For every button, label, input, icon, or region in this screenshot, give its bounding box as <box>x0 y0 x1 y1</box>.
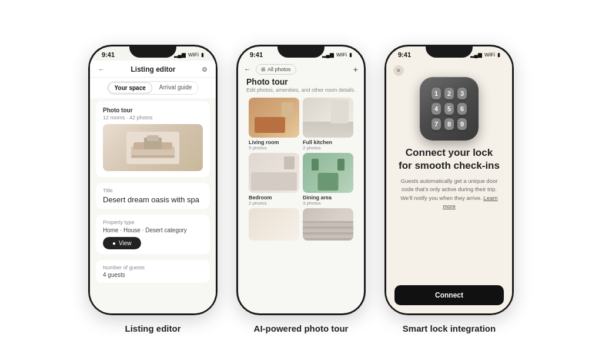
add-photo-icon[interactable]: + <box>353 65 358 74</box>
status-icons-2: ▂▄▆ WiFi ▮ <box>322 52 352 58</box>
dining-count: 3 photos <box>303 201 353 206</box>
phone-smart-lock: 9:41 ▂▄▆ WiFi ▮ ✕ 1 <box>384 45 514 315</box>
photo-tour-subtitle: Edit photos, amenities, and other room d… <box>238 87 364 98</box>
tab-bar: Your space Arrival guide <box>90 78 216 98</box>
settings-icon[interactable]: ⚙ <box>202 66 208 74</box>
photo-tour-label: Photo tour <box>103 107 203 113</box>
photo-cell-stairs[interactable] <box>303 208 353 241</box>
phone-photo-tour-wrapper: 9:41 ▂▄▆ WiFi ▮ ← ⊞ All photos + <box>236 45 366 333</box>
listing-header-title: Listing editor <box>131 65 176 74</box>
key-9[interactable]: 9 <box>457 118 467 130</box>
status-time-1: 9:41 <box>102 51 115 58</box>
close-button[interactable]: ✕ <box>393 65 404 76</box>
signal-icon: ▂▄▆ <box>174 52 186 58</box>
property-type-section: Property type Home · House · Desert cate… <box>96 215 210 254</box>
listing-editor-screen: ← Listing editor ⚙ Your space Arrival gu… <box>90 61 216 313</box>
lock-device: 1 2 3 4 5 6 7 8 9 <box>420 77 479 141</box>
photo-dining-img <box>303 153 353 193</box>
key-5[interactable]: 5 <box>444 103 454 115</box>
key-8[interactable]: 8 <box>444 118 454 130</box>
back-arrow-2[interactable]: ← <box>244 65 251 74</box>
keypad-grid: 1 2 3 4 5 6 7 8 9 <box>424 84 474 133</box>
photo-cell-bedroom[interactable]: Bedroom 2 photos <box>249 153 299 206</box>
phone-photo-tour: 9:41 ▂▄▆ WiFi ▮ ← ⊞ All photos + <box>236 45 366 315</box>
photo-kitchen-img <box>303 98 353 138</box>
photo-tour-thumbnail <box>103 124 203 171</box>
wifi-icon: WiFi <box>188 52 199 58</box>
notch-2 <box>277 45 325 58</box>
couch-decoration <box>255 117 285 133</box>
photo-cell-hall[interactable] <box>249 208 299 241</box>
kitchen-counter <box>303 122 353 138</box>
smart-lock-content: ✕ 1 2 3 4 5 6 7 8 9 <box>386 61 512 313</box>
phone-listing-editor-wrapper: 9:41 ▂▄▆ WiFi ▮ ← Listing editor ⚙ <box>88 45 218 333</box>
status-icons-1: ▂▄▆ WiFi ▮ <box>174 52 204 58</box>
title-value[interactable]: Desert dream oasis with spa <box>103 195 203 204</box>
back-arrow-icon[interactable]: ← <box>98 66 105 73</box>
phone-listing-editor: 9:41 ▂▄▆ WiFi ▮ ← Listing editor ⚙ <box>88 45 218 315</box>
property-type-value: Home · House · Desert category <box>103 227 203 233</box>
key-3[interactable]: 3 <box>457 88 467 99</box>
bedroom-illustration <box>126 132 179 164</box>
status-time-2: 9:41 <box>250 51 263 58</box>
artwork-decoration <box>282 102 293 116</box>
living-room-count: 5 photos <box>249 145 299 151</box>
notch-1 <box>129 45 176 58</box>
chair-decor <box>312 159 319 171</box>
living-room-label: Living room <box>249 139 299 145</box>
picture-decor <box>284 156 295 169</box>
all-photos-label: All photos <box>267 66 291 72</box>
table-decor <box>318 173 339 191</box>
phone-smart-lock-wrapper: 9:41 ▂▄▆ WiFi ▮ ✕ 1 <box>384 45 514 333</box>
photo-tour-sublabel: 12 rooms · 42 photos <box>103 115 203 121</box>
photo-tour-title: Photo tour <box>246 77 356 86</box>
connect-button[interactable]: Connect <box>394 285 504 305</box>
bed-decor <box>251 172 297 191</box>
wifi-icon-3: WiFi <box>484 52 495 58</box>
title-section: Title Desert dream oasis with spa <box>96 183 210 209</box>
kitchen-label: Full kitchen <box>303 139 353 145</box>
phone-inner-1: 9:41 ▂▄▆ WiFi ▮ ← Listing editor ⚙ <box>90 46 216 313</box>
guests-value: 4 guests <box>103 272 203 278</box>
key-4[interactable]: 4 <box>432 103 441 115</box>
tab-arrival-guide[interactable]: Arrival guide <box>153 82 199 94</box>
view-btn-label: View <box>119 240 132 246</box>
listing-header: ← Listing editor ⚙ <box>90 61 216 78</box>
photo-living-img <box>249 98 299 138</box>
photo-cell-kitchen[interactable]: Full kitchen 2 photos <box>303 98 353 151</box>
tab-your-space[interactable]: Your space <box>108 82 152 93</box>
battery-icon: ▮ <box>201 52 204 58</box>
view-button[interactable]: ● View <box>103 237 141 249</box>
listing-editor-label: Listing editor <box>125 323 181 333</box>
photo-tour-section: Photo tour 12 rooms · 42 photos <box>96 101 210 177</box>
svg-rect-6 <box>147 135 159 141</box>
signal-icon-2: ▂▄▆ <box>322 52 334 58</box>
status-time-3: 9:41 <box>398 51 411 58</box>
photo-row-2: Bedroom 2 photos Dining area 3 photos <box>243 153 359 208</box>
photo-stairs-img <box>303 208 353 241</box>
key-2[interactable]: 2 <box>444 88 454 99</box>
photo-bedroom-img <box>249 153 299 193</box>
notch-3 <box>426 45 473 58</box>
guests-section: Number of guests 4 guests <box>96 260 210 283</box>
property-type-label: Property type <box>103 219 203 225</box>
photo-hall-img <box>249 208 299 241</box>
smart-lock-desc: Guests automatically get a unique door c… <box>386 177 512 211</box>
title-label: Title <box>103 188 203 193</box>
key-1[interactable]: 1 <box>432 88 441 99</box>
photo-tour-label: AI-powered photo tour <box>254 323 349 333</box>
key-7[interactable]: 7 <box>432 118 441 130</box>
key-6[interactable]: 6 <box>457 103 467 115</box>
camera-icon: ⊞ <box>261 66 266 72</box>
photo-cell-living[interactable]: Living room 5 photos <box>249 98 299 151</box>
bedroom-count: 2 photos <box>249 201 299 206</box>
tab-pill-container: Your space Arrival guide <box>107 81 199 95</box>
kitchen-count: 2 photos <box>303 145 353 151</box>
status-icons-3: ▂▄▆ WiFi ▮ <box>470 52 500 58</box>
photo-cell-dining[interactable]: Dining area 3 photos <box>303 153 353 206</box>
eye-icon: ● <box>112 240 116 246</box>
wifi-icon-2: WiFi <box>336 52 347 58</box>
phone-inner-2: 9:41 ▂▄▆ WiFi ▮ ← ⊞ All photos + <box>238 46 364 313</box>
all-photos-button[interactable]: ⊞ All photos <box>256 64 296 75</box>
phone-inner-3: 9:41 ▂▄▆ WiFi ▮ ✕ 1 <box>386 46 512 313</box>
